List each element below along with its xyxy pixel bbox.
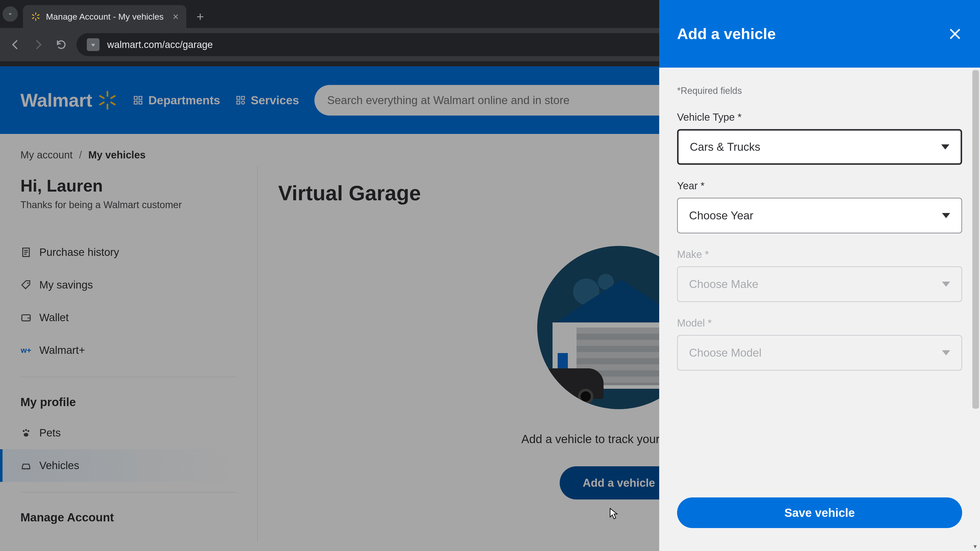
svg-rect-0 (35, 12, 36, 15)
model-value: Choose Model (689, 346, 762, 359)
svg-rect-3 (32, 17, 35, 19)
add-vehicle-drawer: Add a vehicle *Required fields Vehicle T… (659, 0, 980, 551)
make-label: Make * (677, 249, 962, 260)
svg-rect-1 (35, 18, 36, 21)
new-tab-button[interactable]: + (197, 9, 204, 24)
chevron-down-icon (942, 213, 950, 218)
year-label: Year * (677, 180, 962, 192)
year-value: Choose Year (689, 209, 753, 222)
scroll-down-icon[interactable]: ▼ (972, 543, 978, 550)
walmart-spark-icon (30, 11, 41, 22)
make-value: Choose Make (689, 278, 758, 291)
drawer-scrollbar[interactable]: ▲ ▼ (970, 68, 980, 551)
save-vehicle-button[interactable]: Save vehicle (677, 497, 962, 528)
model-label: Model * (677, 318, 962, 329)
drawer-body: *Required fields Vehicle Type * Cars & T… (659, 68, 980, 485)
vehicle-type-value: Cars & Trucks (690, 141, 760, 153)
browser-tab[interactable]: Manage Account - My vehicles × (23, 5, 186, 28)
drawer-title: Add a vehicle (677, 25, 776, 43)
tab-search-button[interactable] (3, 6, 18, 22)
site-info-icon[interactable] (87, 38, 100, 51)
tab-title: Manage Account - My vehicles (46, 12, 168, 22)
tab-close-icon[interactable]: × (173, 11, 179, 22)
chevron-down-icon (942, 282, 950, 287)
reload-button[interactable] (54, 37, 69, 52)
chevron-down-icon (941, 144, 950, 149)
svg-rect-4 (32, 14, 35, 16)
drawer-close-button[interactable] (948, 27, 962, 41)
svg-rect-2 (37, 14, 40, 16)
vehicle-type-select[interactable]: Cars & Trucks (677, 129, 962, 165)
required-fields-note: *Required fields (677, 86, 962, 96)
chevron-down-icon (942, 350, 950, 355)
drawer-header: Add a vehicle (659, 0, 980, 68)
vehicle-type-label: Vehicle Type * (677, 111, 962, 123)
back-button[interactable] (8, 37, 23, 52)
scrollbar-thumb[interactable] (972, 70, 979, 409)
drawer-footer: Save vehicle (659, 485, 980, 551)
year-select[interactable]: Choose Year (677, 198, 962, 233)
svg-rect-5 (37, 17, 40, 19)
model-select: Choose Model (677, 335, 962, 371)
make-select: Choose Make (677, 266, 962, 302)
forward-button[interactable] (30, 37, 46, 52)
